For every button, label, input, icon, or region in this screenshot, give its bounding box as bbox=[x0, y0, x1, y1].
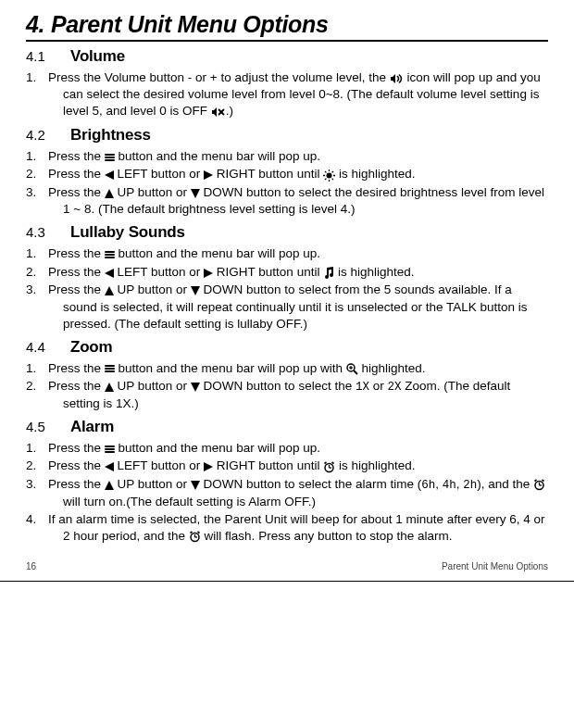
section-number: 4.5 bbox=[26, 419, 70, 434]
svg-line-18 bbox=[325, 462, 327, 464]
step-number: 1. bbox=[26, 245, 48, 262]
section-title: Brightness bbox=[70, 126, 151, 144]
section-heading: 4.3Lullaby Sounds bbox=[26, 223, 548, 242]
step-item: 2.Press the LEFT button or RIGHT button … bbox=[26, 166, 548, 182]
up bbox=[105, 476, 114, 493]
svg-line-7 bbox=[325, 171, 326, 172]
step-number: 4. bbox=[26, 511, 48, 528]
steps-list: 1.Press the button and the menu bar will… bbox=[26, 360, 548, 412]
step-number: 3. bbox=[26, 282, 48, 298]
step-number: 3. bbox=[26, 476, 48, 493]
step-item: 2.Press the LEFT button or RIGHT button … bbox=[26, 458, 548, 474]
svg-line-24 bbox=[543, 480, 544, 482]
svg-line-28 bbox=[190, 532, 192, 533]
step-item: 3.Press the UP button or DOWN button to … bbox=[26, 476, 548, 510]
step-item: 1.Press the button and the menu bar will… bbox=[26, 148, 548, 165]
svg-line-12 bbox=[354, 370, 357, 374]
right bbox=[204, 264, 213, 281]
footer-section: Parent Unit Menu Options bbox=[442, 561, 548, 571]
volume-mute-icon bbox=[211, 104, 226, 120]
step-text: Press the button and the menu bar will p… bbox=[48, 361, 426, 375]
right bbox=[204, 167, 213, 183]
step-text: Press the LEFT button or RIGHT button un… bbox=[48, 265, 414, 279]
step-number: 2. bbox=[26, 264, 48, 281]
section-title: Zoom bbox=[70, 338, 112, 357]
steps-list: 1.Press the Volume button - or + to adju… bbox=[26, 69, 548, 120]
step-number: 1. bbox=[26, 69, 48, 86]
step-item: 1.Press the button and the menu bar will… bbox=[26, 440, 548, 457]
step-text: Press the UP button or DOWN button to se… bbox=[48, 185, 544, 216]
down bbox=[191, 282, 200, 299]
step-number: 2. bbox=[26, 378, 48, 395]
svg-line-10 bbox=[332, 171, 333, 172]
step-item: 1.Press the Volume button - or + to adju… bbox=[26, 69, 548, 120]
page-footer: 16 Parent Unit Menu Options bbox=[0, 554, 574, 582]
step-item: 1.Press the button and the menu bar will… bbox=[26, 360, 548, 377]
section-number: 4.1 bbox=[26, 48, 70, 64]
section-heading: 4.1Volume bbox=[26, 47, 548, 66]
steps-list: 1.Press the button and the menu bar will… bbox=[26, 148, 548, 218]
left bbox=[105, 458, 114, 475]
zoom-icon bbox=[346, 360, 358, 377]
alarm-icon bbox=[323, 458, 335, 475]
step-text: Press the LEFT button or RIGHT button un… bbox=[48, 458, 415, 472]
up bbox=[105, 184, 114, 201]
svg-line-8 bbox=[332, 178, 333, 179]
section-heading: 4.4Zoom bbox=[26, 338, 548, 357]
down bbox=[191, 378, 200, 395]
step-item: 3.Press the UP button or DOWN button to … bbox=[26, 282, 548, 332]
section-title: Alarm bbox=[70, 418, 114, 436]
step-text: If an alarm time is selected, the Parent… bbox=[48, 512, 545, 543]
svg-line-19 bbox=[332, 462, 334, 464]
step-number: 1. bbox=[26, 440, 48, 457]
right bbox=[204, 458, 213, 475]
music-icon bbox=[323, 264, 334, 281]
volume-icon bbox=[390, 69, 404, 86]
section-title: Volume bbox=[70, 47, 125, 66]
step-item: 4.If an alarm time is selected, the Pare… bbox=[26, 511, 548, 545]
step-item: 3.Press the UP button or DOWN button to … bbox=[26, 184, 548, 218]
menu-icon bbox=[105, 148, 115, 165]
step-item: 2.Press the UP button or DOWN button to … bbox=[26, 378, 548, 412]
step-item: 2.Press the LEFT button or RIGHT button … bbox=[26, 264, 548, 281]
step-text: Press the UP button or DOWN button to se… bbox=[48, 282, 528, 330]
menu-icon bbox=[105, 246, 115, 263]
left bbox=[105, 264, 114, 281]
section-number: 4.2 bbox=[26, 127, 70, 143]
svg-point-2 bbox=[327, 172, 332, 178]
step-text: Press the UP button or DOWN button to se… bbox=[48, 477, 545, 508]
section-heading: 4.2Brightness bbox=[26, 126, 548, 144]
step-number: 3. bbox=[26, 184, 48, 201]
alarm-icon bbox=[533, 476, 545, 493]
alarm-icon bbox=[189, 528, 201, 545]
svg-line-29 bbox=[197, 532, 199, 533]
page-title: 4. Parent Unit Menu Options bbox=[26, 11, 548, 42]
up bbox=[105, 378, 114, 395]
steps-list: 1.Press the button and the menu bar will… bbox=[26, 245, 548, 332]
section-heading: 4.5Alarm bbox=[26, 418, 548, 436]
step-number: 2. bbox=[26, 166, 48, 182]
step-item: 1.Press the button and the menu bar will… bbox=[26, 245, 548, 262]
svg-line-23 bbox=[535, 480, 537, 482]
menu-icon bbox=[105, 360, 115, 377]
step-text: Press the UP button or DOWN button to se… bbox=[48, 379, 510, 410]
section-number: 4.4 bbox=[26, 339, 70, 355]
step-number: 1. bbox=[26, 360, 48, 377]
left bbox=[105, 167, 114, 183]
menu-icon bbox=[105, 440, 115, 457]
down bbox=[191, 476, 200, 493]
step-text: Press the button and the menu bar will p… bbox=[48, 441, 320, 455]
down bbox=[191, 184, 200, 201]
step-text: Press the Volume button - or + to adjust… bbox=[48, 70, 541, 118]
brightness-icon bbox=[323, 167, 335, 183]
steps-list: 1.Press the button and the menu bar will… bbox=[26, 440, 548, 545]
svg-line-9 bbox=[325, 178, 326, 179]
up bbox=[105, 282, 114, 299]
section-title: Lullaby Sounds bbox=[70, 223, 185, 242]
step-text: Press the button and the menu bar will p… bbox=[48, 149, 320, 163]
step-number: 2. bbox=[26, 458, 48, 474]
step-number: 1. bbox=[26, 148, 48, 165]
page-number: 16 bbox=[26, 561, 36, 571]
section-number: 4.3 bbox=[26, 224, 70, 240]
step-text: Press the LEFT button or RIGHT button un… bbox=[48, 167, 415, 181]
